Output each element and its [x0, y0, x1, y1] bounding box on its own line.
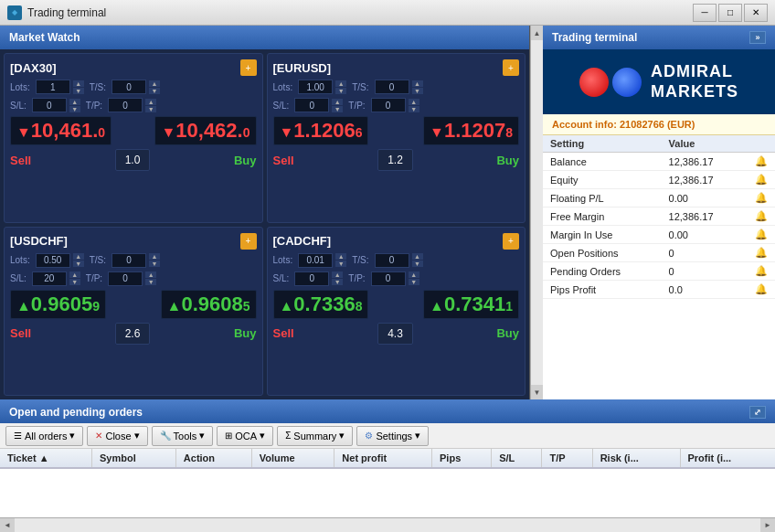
tp-down[interactable]: ▼ — [409, 279, 419, 285]
buy-button[interactable]: Buy — [234, 326, 257, 340]
lower-expand-button[interactable]: ⤢ — [749, 406, 766, 419]
card-icon[interactable]: + — [503, 59, 519, 76]
sl-up[interactable]: ▲ — [332, 271, 343, 278]
tp-up[interactable]: ▲ — [145, 99, 156, 105]
tp-up[interactable]: ▲ — [145, 271, 156, 278]
market-watch-scrollbar[interactable]: ▲ ▼ — [530, 26, 543, 399]
sell-button[interactable]: Sell — [273, 154, 294, 167]
ts-down[interactable]: ▼ — [149, 88, 160, 94]
tp-down[interactable]: ▼ — [409, 106, 419, 112]
bell-icon[interactable]: 🔔 — [755, 229, 768, 239]
ts-up[interactable]: ▲ — [149, 80, 160, 87]
lots-down[interactable]: ▼ — [73, 88, 84, 94]
column-header[interactable]: Risk (i... — [592, 449, 680, 468]
sl-input[interactable] — [32, 98, 67, 112]
tp-spinner[interactable]: ▲ ▼ — [409, 99, 419, 112]
card-icon[interactable]: + — [503, 233, 519, 250]
lots-spinner[interactable]: ▲ ▼ — [335, 253, 346, 267]
bell-cell[interactable]: 🔔 — [744, 189, 775, 207]
ts-spinner[interactable]: ▲ ▼ — [149, 80, 160, 94]
lots-up[interactable]: ▲ — [73, 253, 84, 260]
spread-display[interactable]: 2.6 — [115, 323, 151, 345]
sl-up[interactable]: ▲ — [69, 271, 80, 278]
bell-icon[interactable]: 🔔 — [755, 265, 768, 276]
spread-display[interactable]: 1.0 — [115, 149, 151, 171]
column-header[interactable]: Symbol — [91, 449, 175, 468]
tp-down[interactable]: ▼ — [145, 279, 156, 285]
tp-spinner[interactable]: ▲ ▼ — [145, 271, 156, 285]
column-header[interactable]: Action — [175, 449, 251, 468]
column-header[interactable]: Net profit — [334, 449, 432, 468]
sl-down[interactable]: ▼ — [69, 279, 80, 285]
lots-input[interactable] — [36, 253, 70, 268]
column-header[interactable]: Pips — [432, 449, 492, 468]
settings-button[interactable]: ⚙ Settings ▾ — [356, 426, 429, 446]
tools-button[interactable]: 🔧 Tools ▾ — [152, 426, 214, 446]
column-header[interactable]: Ticket ▲ — [0, 449, 91, 468]
summary-button[interactable]: Σ Summary ▾ — [277, 426, 353, 446]
column-header[interactable]: Volume — [251, 449, 334, 468]
lots-down[interactable]: ▼ — [335, 88, 346, 94]
bell-cell[interactable]: 🔔 — [744, 226, 775, 244]
column-header[interactable]: S/L — [492, 449, 542, 468]
ts-down[interactable]: ▼ — [412, 88, 423, 94]
bell-icon[interactable]: 🔔 — [755, 174, 768, 185]
bell-icon[interactable]: 🔔 — [755, 192, 768, 203]
lots-up[interactable]: ▲ — [335, 253, 346, 260]
ts-input[interactable] — [111, 80, 146, 94]
bell-cell[interactable]: 🔔 — [744, 207, 775, 226]
bell-cell[interactable]: 🔔 — [744, 281, 775, 299]
ts-up[interactable]: ▲ — [412, 253, 423, 260]
ts-spinner[interactable]: ▲ ▼ — [149, 253, 160, 267]
sl-input[interactable] — [294, 98, 329, 112]
ts-input[interactable] — [375, 253, 409, 268]
bell-cell[interactable]: 🔔 — [744, 244, 775, 262]
oca-button[interactable]: ⊞ OCA ▾ — [217, 426, 273, 446]
lots-down[interactable]: ▼ — [335, 261, 346, 267]
lots-up[interactable]: ▲ — [73, 80, 84, 87]
bell-icon[interactable]: 🔔 — [755, 155, 768, 166]
hscroll-right-button[interactable]: ► — [760, 518, 775, 533]
sl-down[interactable]: ▼ — [69, 106, 80, 112]
lots-input[interactable] — [298, 80, 333, 94]
close-button[interactable]: ✕ — [744, 4, 768, 22]
lots-spinner[interactable]: ▲ ▼ — [335, 80, 346, 94]
buy-button[interactable]: Buy — [234, 154, 257, 167]
sl-input[interactable] — [32, 271, 67, 286]
buy-button[interactable]: Buy — [496, 154, 519, 167]
sl-down[interactable]: ▼ — [332, 279, 343, 285]
column-header[interactable]: T/P — [542, 449, 592, 468]
lots-up[interactable]: ▲ — [335, 80, 346, 87]
lots-input[interactable] — [298, 253, 333, 268]
minimize-button[interactable]: ─ — [693, 4, 717, 22]
bell-cell[interactable]: 🔔 — [744, 153, 775, 171]
ts-input[interactable] — [111, 253, 146, 268]
sell-button[interactable]: Sell — [273, 326, 294, 340]
scroll-up-arrow[interactable]: ▲ — [531, 26, 543, 40]
sl-up[interactable]: ▲ — [332, 99, 343, 105]
sell-button[interactable]: Sell — [10, 326, 31, 340]
bell-icon[interactable]: 🔔 — [755, 210, 768, 221]
ts-input[interactable] — [375, 80, 409, 94]
card-icon[interactable]: + — [240, 233, 257, 250]
spread-display[interactable]: 4.3 — [377, 323, 413, 345]
tp-up[interactable]: ▲ — [409, 271, 419, 278]
lots-down[interactable]: ▼ — [73, 261, 84, 267]
ts-spinner[interactable]: ▲ ▼ — [412, 80, 423, 94]
scroll-down-arrow[interactable]: ▼ — [531, 385, 543, 399]
lots-spinner[interactable]: ▲ ▼ — [73, 80, 84, 94]
bell-icon[interactable]: 🔔 — [755, 247, 768, 258]
hscroll-left-button[interactable]: ◄ — [0, 518, 15, 533]
sl-up[interactable]: ▲ — [69, 99, 80, 105]
ts-up[interactable]: ▲ — [412, 80, 423, 87]
ts-down[interactable]: ▼ — [149, 261, 160, 267]
column-header[interactable]: Profit (i... — [680, 449, 775, 468]
sell-button[interactable]: Sell — [10, 154, 31, 167]
ts-down[interactable]: ▼ — [412, 261, 423, 267]
sl-input[interactable] — [294, 271, 329, 286]
close-button-toolbar[interactable]: ✕ Close ▾ — [87, 426, 147, 446]
buy-button[interactable]: Buy — [496, 326, 519, 340]
sl-down[interactable]: ▼ — [332, 106, 343, 112]
tp-input[interactable] — [371, 271, 406, 286]
lots-input[interactable] — [36, 80, 70, 94]
